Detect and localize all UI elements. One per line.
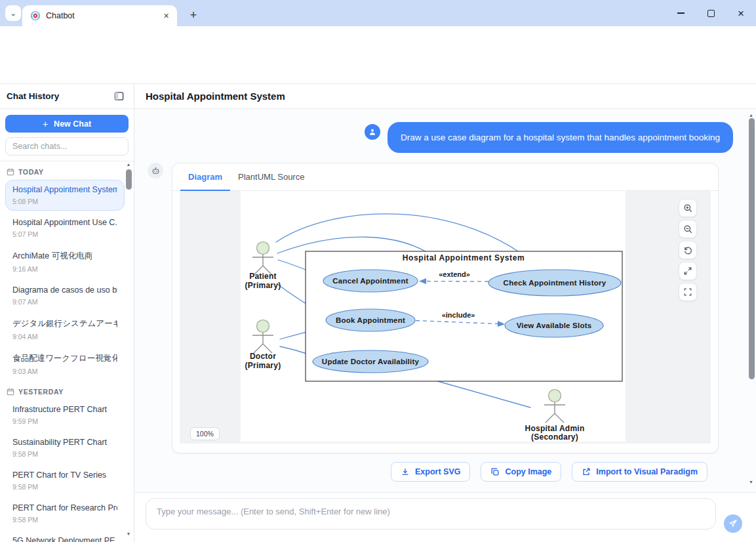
external-link-icon <box>582 467 591 476</box>
conversation-title: Hospital Appointment System <box>146 91 285 102</box>
import-to-visual-paradigm-button[interactable]: Import to Visual Paradigm <box>572 462 707 482</box>
window-maximize-button[interactable] <box>696 0 726 26</box>
chat-item-title: ArchiMate 可视化电商 <box>12 251 117 262</box>
tab-diagram[interactable]: Diagram <box>180 163 230 190</box>
user-message-row: Draw a use case diagram for a hospital s… <box>134 109 756 153</box>
diagram-canvas: Hospital Appointment System «extend» <box>241 191 626 442</box>
usecase-cancel-appointment: Cancel Appointment <box>323 270 418 292</box>
chat-item-time: 9:03 AM <box>12 367 117 375</box>
svg-text:Check Appointment History: Check Appointment History <box>504 279 607 287</box>
chat-history-item[interactable]: PERT Chart for TV Series 9:58 PM <box>5 465 125 496</box>
zoom-out-button[interactable] <box>679 220 697 238</box>
chat-history-item[interactable]: Infrastructure PERT Chart 9:59 PM <box>5 400 125 430</box>
browser-window: ⌄ Chatbot × + × ← → ai-toolbox.visual-pa… <box>0 0 756 542</box>
chat-history-item[interactable]: PERT Chart for Research Proj... 9:58 PM <box>5 498 125 529</box>
chat-history-list: TODAY Hospital Appointment System 5:08 P… <box>0 161 134 542</box>
user-message-bubble: Draw a use case diagram for a hospital s… <box>388 122 733 153</box>
chat-history-item[interactable]: 5G Network Deployment PE... <box>5 531 125 542</box>
section-label: YESTERDAY <box>18 388 64 396</box>
chat-history-item[interactable]: Hospital Appointment Use C... 5:07 PM <box>5 213 125 243</box>
usecase-update-doctor-availability: Update Doctor Availability <box>313 350 428 373</box>
message-input[interactable] <box>157 507 705 521</box>
expand-button[interactable] <box>679 262 697 280</box>
svg-text:(Primary): (Primary) <box>245 281 281 290</box>
message-input-bar <box>134 492 756 542</box>
plus-icon: + <box>43 119 48 129</box>
chat-item-time: 9:07 AM <box>12 298 117 306</box>
chat-item-title: Sustainability PERT Chart <box>12 438 117 447</box>
search-chats-field <box>5 137 129 156</box>
tab-plantuml-source[interactable]: PlantUML Source <box>230 163 312 190</box>
minimize-icon <box>677 12 685 14</box>
bot-message-row: Diagram PlantUML Source <box>134 153 756 453</box>
main-scrollbar-thumb[interactable] <box>749 118 755 379</box>
new-chat-button[interactable]: + New Chat <box>5 115 129 133</box>
chat-item-time: 9:59 PM <box>12 417 117 425</box>
svg-text:Doctor: Doctor <box>250 352 276 361</box>
tab-close-icon[interactable]: × <box>161 10 172 22</box>
visual-paradigm-favicon <box>30 10 41 21</box>
maximize-icon <box>707 10 715 17</box>
expand-arrows-icon <box>683 266 692 276</box>
chat-item-title: Hospital Appointment Use C... <box>12 218 117 227</box>
usecase-view-available-slots: View Available Slots <box>505 314 603 337</box>
diagram-controls <box>679 199 697 301</box>
browser-tabstrip: ⌄ Chatbot × + × <box>0 0 756 26</box>
sidebar-title: Chat History <box>7 91 59 101</box>
person-icon <box>368 127 377 136</box>
chat-history-item[interactable]: Hospital Appointment System 5:08 PM <box>5 180 125 211</box>
section-header-yesterday: YESTERDAY <box>0 383 134 400</box>
main-scroll-up-icon[interactable]: ▲ <box>747 113 755 117</box>
chat-item-title: Hospital Appointment System <box>12 185 117 194</box>
send-button[interactable] <box>724 514 742 533</box>
chat-list-yesterday: Infrastructure PERT Chart 9:59 PM Sustai… <box>0 400 134 542</box>
main-pane: Hospital Appointment System Draw a use c… <box>134 84 756 542</box>
svg-text:Update Doctor Availability: Update Doctor Availability <box>322 358 420 365</box>
chat-item-title: 食品配達ワークフロー視覚化 <box>12 353 117 364</box>
calendar-icon <box>7 388 14 396</box>
zoom-level-badge[interactable]: 100% <box>190 427 220 440</box>
system-boundary-title: Hospital Appointment System <box>403 253 525 262</box>
sidebar-scroll-up-icon[interactable]: ▲ <box>125 162 132 167</box>
new-tab-button[interactable]: + <box>185 7 202 24</box>
collapse-panel-icon[interactable] <box>113 91 125 102</box>
chat-history-item[interactable]: ArchiMate 可视化电商 9:16 AM <box>5 245 125 278</box>
window-controls: × <box>666 0 756 26</box>
window-close-button[interactable]: × <box>726 0 756 26</box>
actor-patient: Patient (Primary) <box>245 242 281 291</box>
diagram-card: Diagram PlantUML Source <box>172 163 719 453</box>
chat-history-item[interactable]: デジタル銀行システムアーキ... 9:04 AM <box>5 313 125 346</box>
zoom-out-icon <box>683 224 693 234</box>
chat-history-sidebar: Chat History + New Chat TODAY Hospital A… <box>0 84 134 542</box>
fullscreen-button[interactable] <box>679 283 697 301</box>
use-case-diagram: Hospital Appointment System «extend» <box>241 191 626 442</box>
svg-text:(Primary): (Primary) <box>245 361 281 370</box>
chat-item-title: PERT Chart for TV Series <box>12 470 117 480</box>
chat-item-time: 9:04 AM <box>12 333 117 341</box>
export-svg-button[interactable]: Export SVG <box>391 462 470 482</box>
browser-tab[interactable]: Chatbot × <box>22 5 177 26</box>
tab-search-chevron-icon[interactable]: ⌄ <box>5 5 21 21</box>
chat-history-item[interactable]: Diagrama de casos de uso bi... 9:07 AM <box>5 280 125 311</box>
main-scroll-down-icon[interactable]: ▼ <box>747 480 755 484</box>
chat-history-item[interactable]: Sustainability PERT Chart 9:58 PM <box>5 432 125 463</box>
chat-item-title: 5G Network Deployment PE... <box>12 536 117 542</box>
message-input-box <box>146 498 716 530</box>
chat-scroll-area: Draw a use case diagram for a hospital s… <box>134 109 756 492</box>
zoom-in-button[interactable] <box>679 199 697 217</box>
extend-label: «extend» <box>439 270 470 278</box>
actor-hospital-admin: Hospital Admin (Secondary) <box>525 390 585 442</box>
reset-view-button[interactable] <box>679 241 697 259</box>
close-icon: × <box>738 8 744 19</box>
sidebar-scrollbar-thumb[interactable] <box>126 169 132 190</box>
chat-history-item[interactable]: 食品配達ワークフロー視覚化 9:03 AM <box>5 348 125 381</box>
copy-image-label: Copy Image <box>505 467 551 476</box>
sidebar-header: Chat History <box>0 84 134 109</box>
window-minimize-button[interactable] <box>666 0 696 26</box>
copy-image-button[interactable]: Copy Image <box>481 462 561 482</box>
new-chat-label: New Chat <box>54 119 91 129</box>
sidebar-scroll-down-icon[interactable]: ▼ <box>125 532 132 536</box>
robot-icon <box>151 166 161 176</box>
search-chats-input[interactable] <box>12 142 121 151</box>
diagram-viewport[interactable]: Hospital Appointment System «extend» <box>180 191 711 444</box>
